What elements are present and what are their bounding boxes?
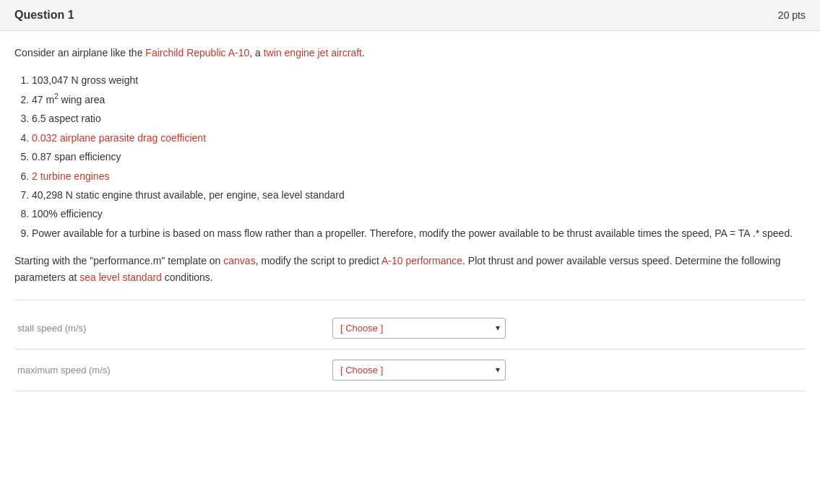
list-item: 2 turbine engines [32, 168, 806, 184]
param-link-text: 2 turbine engines [32, 170, 109, 182]
params-list: 103,047 N gross weight 47 m2 wing area 6… [14, 72, 806, 241]
question-header: Question 1 20 pts [0, 0, 820, 31]
list-item: 0.032 airplane parasite drag coefficient [32, 130, 806, 146]
aircraft-type-link: twin engine jet aircraft [264, 47, 362, 58]
question-body: Consider an airplane like the Fairchild … [0, 31, 820, 399]
max-speed-row: maximum speed (m/s) [ Choose ] [14, 349, 806, 391]
question-points: 20 pts [778, 9, 806, 21]
max-speed-label: maximum speed (m/s) [14, 365, 332, 375]
stall-speed-select-wrapper: [ Choose ] [332, 318, 506, 339]
description-paragraph: Starting with the "performance.m" templa… [14, 253, 806, 285]
max-speed-select-container: [ Choose ] [332, 360, 506, 381]
list-item: 103,047 N gross weight [32, 72, 806, 88]
list-item: 100% efficiency [32, 206, 806, 222]
question-title: Question 1 [14, 9, 74, 22]
stall-speed-row: stall speed (m/s) [ Choose ] [14, 308, 806, 349]
stall-speed-label: stall speed (m/s) [14, 323, 332, 334]
param-text: 103,047 N gross weight [32, 74, 138, 86]
intro-paragraph: Consider an airplane like the Fairchild … [14, 45, 806, 61]
list-item: 6.5 aspect ratio [32, 110, 806, 126]
max-speed-select[interactable]: [ Choose ] [332, 360, 506, 381]
stall-speed-select[interactable]: [ Choose ] [332, 318, 506, 339]
param-text: 100% efficiency [32, 208, 103, 220]
param-text: 47 m2 wing area [32, 94, 105, 105]
param-link-text: 0.032 airplane parasite drag coefficient [32, 132, 206, 144]
a10-perf-link: A-10 performance [381, 255, 462, 266]
fairchild-link: Fairchild Republic A-10 [145, 47, 249, 58]
list-item: Power available for a turbine is based o… [32, 225, 806, 241]
max-speed-select-wrapper: [ Choose ] [332, 360, 506, 381]
page-container: Question 1 20 pts Consider an airplane l… [0, 0, 820, 399]
list-item: 40,298 N static engine thrust available,… [32, 187, 806, 203]
divider [14, 300, 806, 300]
param-text: 0.87 span efficiency [32, 151, 121, 162]
list-item: 47 m2 wing area [32, 91, 806, 108]
param-text: 6.5 aspect ratio [32, 113, 101, 124]
canvas-link: canvas [223, 255, 255, 266]
param-text: 40,298 N static engine thrust available,… [32, 189, 345, 201]
sea-level-link: sea level standard [79, 271, 162, 283]
param-text: Power available for a turbine is based o… [32, 227, 793, 239]
list-item: 0.87 span efficiency [32, 149, 806, 165]
stall-speed-select-container: [ Choose ] [332, 318, 506, 339]
